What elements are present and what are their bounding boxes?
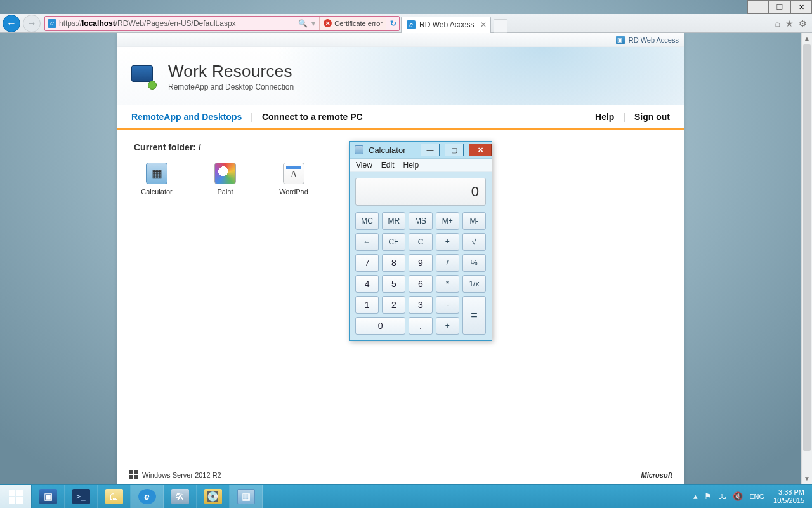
tray-language[interactable]: ENG	[749, 493, 764, 500]
scroll-thumb[interactable]	[803, 44, 811, 451]
btn-mplus[interactable]: M+	[436, 212, 459, 230]
btn-9[interactable]: 9	[409, 254, 432, 272]
page-footer: Windows Server 2012 R2 Microsoft	[117, 465, 684, 484]
btn-ce[interactable]: CE	[382, 233, 405, 251]
nav-connect[interactable]: Connect to a remote PC	[262, 112, 363, 122]
page-banner: Work Resources RemoteApp and Desktop Con…	[117, 47, 684, 105]
taskbar: ▣ >_ 🗂 e 🛠 💽 ▦ ▴ ⚑ 🖧 🔇 ENG 3:38 PM 10/5/…	[0, 484, 812, 508]
forward-button[interactable]: →	[23, 15, 41, 32]
nav-remoteapp[interactable]: RemoteApp and Desktops	[131, 112, 242, 122]
ie-icon: e	[407, 20, 416, 29]
nav-signout[interactable]: Sign out	[634, 112, 670, 122]
refresh-button[interactable]: ↻	[390, 19, 396, 28]
tools-icon[interactable]: ⚙	[799, 18, 807, 29]
taskbar-file-explorer[interactable]: 🗂	[98, 485, 131, 508]
ie-icon: e	[48, 19, 56, 28]
btn-5[interactable]: 5	[382, 275, 405, 293]
address-bar[interactable]: e https://localhost/RDWeb/Pages/en-US/De…	[44, 16, 400, 31]
btn-mr[interactable]: MR	[382, 212, 405, 230]
powershell-icon: >_	[72, 489, 90, 504]
certificate-error-badge[interactable]: ✕Certificate error	[319, 17, 386, 30]
start-button[interactable]	[0, 485, 32, 508]
taskbar-database[interactable]: 💽	[197, 485, 230, 508]
tab-close-icon[interactable]: ✕	[480, 20, 487, 29]
taskbar-calculator[interactable]: ▦	[230, 485, 263, 508]
vertical-scrollbar[interactable]: ▲ ▼	[801, 33, 812, 484]
windows-flag-icon	[129, 470, 138, 479]
btn-reciprocal[interactable]: 1/x	[462, 275, 486, 293]
menu-help[interactable]: Help	[403, 161, 419, 170]
btn-sqrt[interactable]: √	[462, 233, 486, 251]
btn-4[interactable]: 4	[355, 275, 379, 293]
calculator-app-icon	[355, 145, 363, 154]
new-tab-button[interactable]	[494, 19, 508, 33]
btn-decimal[interactable]: .	[409, 317, 432, 335]
search-icon[interactable]: 🔍	[298, 19, 308, 28]
taskbar-internet-explorer[interactable]: e	[131, 485, 164, 508]
taskbar-server-tools[interactable]: 🛠	[164, 485, 197, 508]
app-paint[interactable]: Paint	[202, 163, 248, 196]
btn-2[interactable]: 2	[382, 296, 405, 314]
btn-percent[interactable]: %	[462, 254, 486, 272]
btn-7[interactable]: 7	[355, 254, 379, 272]
btn-equals[interactable]: =	[462, 296, 486, 335]
tray-flag-icon[interactable]: ⚑	[704, 491, 712, 501]
database-icon: 💽	[204, 489, 222, 504]
app-label: Calculator	[141, 188, 173, 196]
app-calculator[interactable]: ▦ Calculator	[134, 163, 180, 196]
work-resources-logo	[130, 63, 157, 90]
btn-3[interactable]: 3	[409, 296, 432, 314]
btn-divide[interactable]: /	[436, 254, 459, 272]
calculator-title-text: Calculator	[369, 145, 406, 155]
nav-help[interactable]: Help	[595, 112, 614, 122]
tray-network-icon[interactable]: 🖧	[718, 491, 726, 501]
home-icon[interactable]: ⌂	[775, 18, 780, 29]
calculator-window[interactable]: Calculator — ▢ ✕ View Edit Help 0 MC MR …	[349, 141, 492, 341]
folder-icon: 🗂	[105, 489, 123, 504]
url-text: https://localhost/RDWeb/Pages/en-US/Defa…	[59, 19, 236, 28]
outer-minimize-button[interactable]: —	[747, 0, 769, 14]
menu-view[interactable]: View	[356, 161, 372, 170]
btn-c[interactable]: C	[409, 233, 432, 251]
browser-tools: ⌂ ★ ⚙	[775, 18, 812, 29]
favorites-icon[interactable]: ★	[785, 18, 794, 29]
tray-clock[interactable]: 3:38 PM 10/5/2015	[771, 488, 807, 505]
calculator-titlebar[interactable]: Calculator — ▢ ✕	[350, 142, 492, 158]
btn-mminus[interactable]: M-	[462, 212, 486, 230]
tray-volume-icon[interactable]: 🔇	[733, 491, 743, 501]
page-nav: RemoteApp and Desktops | Connect to a re…	[117, 105, 684, 130]
taskbar-powershell[interactable]: >_	[65, 485, 98, 508]
tab-rdwa[interactable]: e RD Web Access ✕	[401, 17, 491, 33]
calc-close-button[interactable]: ✕	[469, 144, 492, 156]
scroll-up-icon[interactable]: ▲	[802, 33, 812, 44]
tray-chevron-up-icon[interactable]: ▴	[693, 491, 698, 501]
server-manager-icon: ▣	[39, 489, 57, 504]
btn-ms[interactable]: MS	[409, 212, 432, 230]
btn-subtract[interactable]: -	[436, 296, 459, 314]
cert-error-icon: ✕	[324, 19, 332, 27]
page-title: Work Resources	[168, 62, 294, 81]
system-tray: ▴ ⚑ 🖧 🔇 ENG 3:38 PM 10/5/2015	[688, 485, 812, 508]
btn-6[interactable]: 6	[409, 275, 432, 293]
scroll-down-icon[interactable]: ▼	[802, 473, 812, 484]
btn-8[interactable]: 8	[382, 254, 405, 272]
calculator-icon: ▦	[146, 163, 167, 184]
taskbar-server-manager[interactable]: ▣	[32, 485, 65, 508]
btn-add[interactable]: +	[436, 317, 459, 335]
outer-close-button[interactable]: ✕	[790, 0, 812, 14]
outer-window-controls: — ❐ ✕	[747, 0, 812, 14]
app-wordpad[interactable]: WordPad	[271, 163, 317, 196]
btn-plusminus[interactable]: ±	[436, 233, 459, 251]
back-button[interactable]: ←	[3, 15, 20, 32]
tab-title: RD Web Access	[419, 20, 474, 29]
outer-maximize-button[interactable]: ❐	[769, 0, 790, 14]
btn-mc[interactable]: MC	[355, 212, 379, 230]
menu-edit[interactable]: Edit	[381, 161, 395, 170]
btn-backspace[interactable]: ←	[355, 233, 379, 251]
btn-multiply[interactable]: *	[436, 275, 459, 293]
calc-maximize-button[interactable]: ▢	[445, 144, 464, 156]
btn-1[interactable]: 1	[355, 296, 379, 314]
calc-minimize-button[interactable]: —	[421, 144, 440, 156]
btn-0[interactable]: 0	[355, 317, 405, 335]
ie-icon: e	[138, 489, 156, 504]
